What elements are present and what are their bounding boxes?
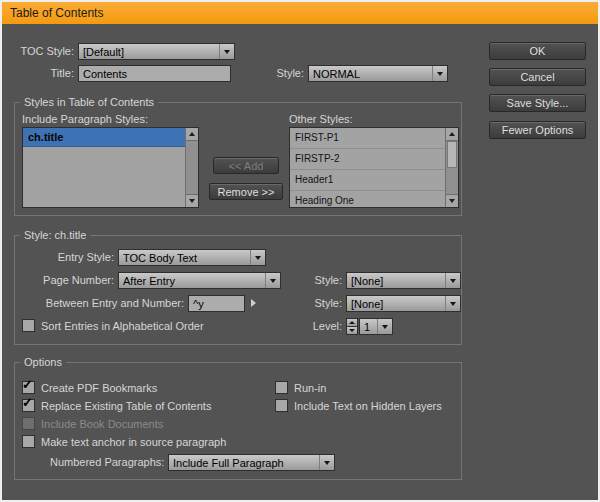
- other-styles-label: Other Styles:: [289, 111, 353, 128]
- toc-style-dropdown[interactable]: [Default]: [78, 43, 235, 60]
- other-list-scrollbar[interactable]: [445, 128, 458, 207]
- chevron-down-icon: [432, 66, 447, 81]
- special-character-menu-icon[interactable]: [251, 299, 256, 307]
- entry-style-label: Entry Style:: [22, 249, 114, 266]
- chevron-down-icon: [219, 44, 234, 59]
- between-entry-number-input[interactable]: [188, 295, 245, 312]
- include-hidden-layers-checkbox[interactable]: [275, 399, 288, 412]
- title-input[interactable]: [78, 65, 231, 82]
- entry-style-value: TOC Body Text: [119, 250, 250, 265]
- scroll-down-icon[interactable]: [186, 194, 198, 207]
- dialog-title: Table of Contents: [10, 6, 103, 20]
- list-item[interactable]: Heading One: [290, 191, 446, 207]
- run-in-label: Run-in: [294, 382, 326, 394]
- dialog-titlebar[interactable]: Table of Contents: [2, 2, 598, 24]
- stepper-down-icon[interactable]: [346, 326, 358, 335]
- create-pdf-bookmarks-row: ✓ Create PDF Bookmarks: [22, 381, 157, 394]
- text-anchor-checkbox[interactable]: [22, 435, 35, 448]
- chevron-down-icon: [250, 250, 265, 265]
- remove-button[interactable]: Remove >>: [209, 183, 283, 200]
- style-dropdown[interactable]: NORMAL: [308, 65, 448, 82]
- styles-in-toc-legend: Styles in Table of Contents: [20, 96, 158, 109]
- level-dropdown[interactable]: 1: [359, 318, 393, 335]
- page-number-label: Page Number:: [22, 272, 114, 289]
- list-item[interactable]: FIRST-P1: [290, 128, 446, 149]
- between-entry-number-label: Between Entry and Number:: [22, 295, 184, 312]
- check-icon: ✓: [22, 378, 33, 391]
- check-icon: ✓: [22, 396, 33, 409]
- numbered-paragraphs-value: Include Full Paragraph: [169, 455, 319, 470]
- chevron-down-icon: [377, 319, 392, 334]
- ok-button[interactable]: OK: [489, 42, 586, 60]
- between-style-value: [None]: [347, 296, 445, 311]
- run-in-checkbox[interactable]: [275, 381, 288, 394]
- page-number-dropdown[interactable]: After Entry: [118, 272, 281, 289]
- text-anchor-label: Make text anchor in source paragraph: [41, 436, 226, 448]
- title-label: Title:: [8, 65, 74, 82]
- create-pdf-bookmarks-checkbox[interactable]: ✓: [22, 381, 35, 394]
- chevron-down-icon: [445, 296, 460, 311]
- page-number-style-value: [None]: [347, 273, 445, 288]
- sort-entries-row: Sort Entries in Alphabetical Order: [22, 319, 204, 332]
- include-book-documents-row: Include Book Documents: [22, 417, 163, 430]
- level-stepper[interactable]: [346, 318, 358, 336]
- numbered-paragraphs-dropdown[interactable]: Include Full Paragraph: [168, 454, 335, 471]
- list-item[interactable]: ch.title: [23, 128, 186, 147]
- include-hidden-layers-row: Include Text on Hidden Layers: [275, 399, 442, 412]
- include-book-documents-label: Include Book Documents: [41, 418, 163, 430]
- include-hidden-layers-label: Include Text on Hidden Layers: [294, 400, 442, 412]
- create-pdf-bookmarks-label: Create PDF Bookmarks: [41, 382, 157, 394]
- sort-entries-checkbox[interactable]: [22, 319, 35, 332]
- list-item[interactable]: FIRSTP-2: [290, 149, 446, 170]
- replace-existing-row: ✓ Replace Existing Table of Contents: [22, 399, 211, 412]
- chevron-down-icon: [445, 273, 460, 288]
- list-item[interactable]: Header1: [290, 170, 446, 191]
- table-of-contents-dialog: Table of Contents TOC Style: [Default] T…: [0, 0, 600, 502]
- level-value: 1: [360, 319, 377, 334]
- include-styles-list[interactable]: ch.title: [22, 127, 199, 208]
- save-style-button[interactable]: Save Style...: [489, 94, 586, 112]
- text-anchor-row: Make text anchor in source paragraph: [22, 435, 226, 448]
- numbered-paragraphs-label: Numbered Paragraphs:: [50, 454, 164, 471]
- toc-style-label: TOC Style:: [8, 43, 74, 60]
- page-number-style-dropdown[interactable]: [None]: [346, 272, 461, 289]
- add-button[interactable]: << Add: [213, 157, 279, 174]
- include-styles-items: ch.title: [23, 128, 186, 207]
- run-in-row: Run-in: [275, 381, 326, 394]
- scroll-up-icon[interactable]: [186, 128, 198, 141]
- scroll-up-icon[interactable]: [446, 128, 458, 141]
- page-number-style-label: Style:: [296, 272, 342, 289]
- cancel-button[interactable]: Cancel: [489, 68, 586, 86]
- sort-entries-label: Sort Entries in Alphabetical Order: [41, 320, 204, 332]
- scrollbar-thumb[interactable]: [447, 141, 457, 168]
- chevron-down-icon: [319, 455, 334, 470]
- style-chtitle-legend: Style: ch.title: [20, 229, 90, 242]
- options-legend: Options: [20, 356, 66, 369]
- scroll-down-icon[interactable]: [446, 194, 458, 207]
- include-book-documents-checkbox: [22, 417, 35, 430]
- between-style-dropdown[interactable]: [None]: [346, 295, 461, 312]
- style-value: NORMAL: [309, 66, 432, 81]
- level-label: Level:: [296, 318, 342, 335]
- include-list-scrollbar[interactable]: [185, 128, 198, 207]
- other-styles-list[interactable]: FIRST-P1 FIRSTP-2 Header1 Heading One: [289, 127, 459, 208]
- entry-style-dropdown[interactable]: TOC Body Text: [118, 249, 266, 266]
- style-label: Style:: [258, 65, 304, 82]
- fewer-options-button[interactable]: Fewer Options: [489, 121, 586, 139]
- toc-style-value: [Default]: [79, 44, 219, 59]
- replace-existing-label: Replace Existing Table of Contents: [41, 400, 211, 412]
- chevron-down-icon: [265, 273, 280, 288]
- page-number-value: After Entry: [119, 273, 265, 288]
- replace-existing-checkbox[interactable]: ✓: [22, 399, 35, 412]
- between-style-label: Style:: [296, 295, 342, 312]
- include-paragraph-styles-label: Include Paragraph Styles:: [22, 111, 148, 128]
- other-styles-items: FIRST-P1 FIRSTP-2 Header1 Heading One: [290, 128, 446, 207]
